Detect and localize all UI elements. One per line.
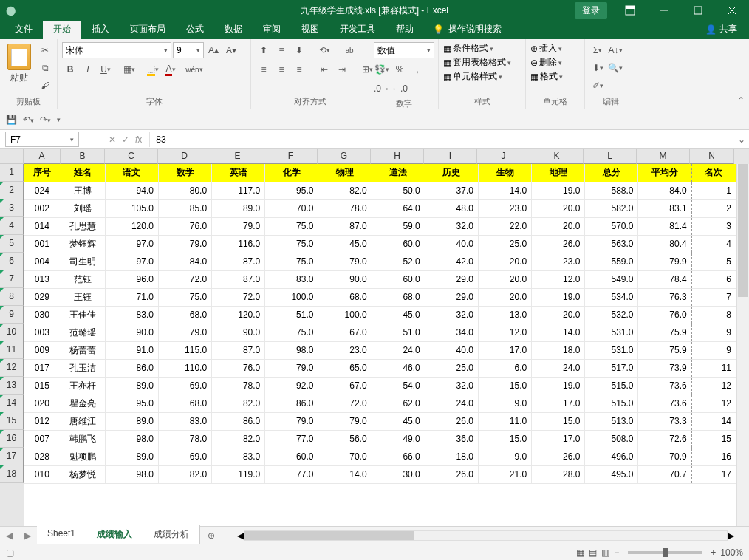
- prev-sheet-button[interactable]: ◀: [6, 530, 13, 541]
- cell[interactable]: 姓名: [61, 164, 105, 182]
- row-header[interactable]: 5: [0, 235, 24, 253]
- border-button[interactable]: ▦▾: [121, 61, 137, 78]
- cell[interactable]: 534.0: [585, 288, 638, 306]
- sheet-tab[interactable]: 成绩分析: [143, 525, 200, 545]
- cell[interactable]: 020: [24, 395, 61, 412]
- cell[interactable]: 559.0: [585, 253, 638, 270]
- cell-styles-button[interactable]: ▦ 单元格样式 ▾: [443, 70, 502, 83]
- clear-button[interactable]: ✐▾: [589, 78, 606, 94]
- cell[interactable]: 70.7: [638, 465, 691, 483]
- cell[interactable]: 14.0: [478, 182, 531, 199]
- row-header[interactable]: 13: [0, 377, 24, 395]
- ribbon-tab-5[interactable]: 数据: [214, 19, 253, 39]
- cell[interactable]: 杨蕾蕾: [61, 341, 105, 359]
- cell[interactable]: 12: [691, 377, 736, 395]
- cell[interactable]: 19.0: [532, 377, 585, 395]
- formula-input[interactable]: 83: [150, 134, 734, 145]
- cell[interactable]: 89.0: [105, 448, 158, 465]
- cell[interactable]: 94.0: [105, 182, 158, 199]
- cell[interactable]: 495.0: [585, 465, 638, 483]
- align-middle-button[interactable]: ≡: [273, 42, 290, 58]
- cell[interactable]: 60.0: [372, 235, 425, 253]
- cell[interactable]: 42.0: [425, 253, 478, 270]
- cell[interactable]: 76.0: [158, 217, 211, 235]
- cell[interactable]: 32.0: [425, 377, 478, 395]
- cell[interactable]: 82.0: [318, 182, 372, 199]
- row-header[interactable]: 9: [0, 306, 24, 324]
- cell[interactable]: 70.9: [638, 448, 691, 465]
- col-header[interactable]: C: [105, 149, 158, 164]
- cell[interactable]: 51.0: [265, 306, 318, 324]
- cell[interactable]: 17.0: [532, 395, 585, 412]
- cell[interactable]: 59.0: [372, 217, 425, 235]
- collapse-ribbon-button[interactable]: ⌃: [737, 95, 745, 106]
- row-header[interactable]: 7: [0, 270, 24, 288]
- cell[interactable]: 20.0: [532, 217, 585, 235]
- cell[interactable]: 历史: [425, 164, 478, 182]
- cell[interactable]: 30.0: [372, 465, 425, 483]
- fx-button[interactable]: fx: [135, 134, 142, 145]
- copy-button[interactable]: ⧉: [37, 60, 53, 76]
- cell[interactable]: 地理: [532, 164, 585, 182]
- cell[interactable]: 76.0: [638, 306, 691, 324]
- horizontal-scrollbar[interactable]: ◀▶: [237, 530, 734, 542]
- fill-button[interactable]: ⬇▾: [589, 60, 606, 76]
- cell[interactable]: 66.0: [372, 448, 425, 465]
- cell[interactable]: 50.0: [372, 182, 425, 199]
- cell[interactable]: 36.0: [425, 430, 478, 448]
- cell[interactable]: 孔玉洁: [61, 359, 105, 377]
- cell[interactable]: 2: [691, 199, 736, 217]
- cell[interactable]: 582.0: [585, 199, 638, 217]
- cell[interactable]: 14.0: [532, 324, 585, 341]
- cell[interactable]: 32.0: [425, 306, 478, 324]
- row-header[interactable]: 14: [0, 395, 24, 412]
- cell[interactable]: 62.0: [372, 395, 425, 412]
- cell[interactable]: 80.4: [638, 235, 691, 253]
- cell[interactable]: 75.0: [265, 217, 318, 235]
- cell[interactable]: 86.0: [265, 395, 318, 412]
- decrease-indent-button[interactable]: ⇤: [316, 61, 332, 78]
- col-header[interactable]: D: [158, 149, 211, 164]
- cell[interactable]: 29.0: [425, 270, 478, 288]
- cell[interactable]: 120.0: [105, 217, 158, 235]
- cell[interactable]: 瞿金亮: [61, 395, 105, 412]
- cell[interactable]: 15.0: [532, 412, 585, 430]
- cell[interactable]: 83.0: [212, 448, 265, 465]
- cell[interactable]: 517.0: [585, 359, 638, 377]
- cell[interactable]: 22.0: [478, 217, 531, 235]
- zoom-out-button[interactable]: −: [614, 547, 619, 558]
- increase-indent-button[interactable]: ⇥: [334, 61, 350, 78]
- cell[interactable]: 65.0: [318, 359, 372, 377]
- increase-font-button[interactable]: A▴: [205, 42, 222, 58]
- cell[interactable]: 87.0: [318, 217, 372, 235]
- sheet-tab[interactable]: Sheet1: [37, 525, 86, 545]
- cell[interactable]: 75.0: [265, 253, 318, 270]
- cell[interactable]: 017: [24, 359, 61, 377]
- col-header[interactable]: A: [24, 149, 61, 164]
- cell[interactable]: 75.9: [638, 341, 691, 359]
- cell[interactable]: 83.0: [265, 270, 318, 288]
- cell[interactable]: 532.0: [585, 306, 638, 324]
- zoom-level[interactable]: 100%: [720, 547, 743, 558]
- cell[interactable]: 119.0: [212, 465, 265, 483]
- cell[interactable]: 6.0: [478, 359, 531, 377]
- sort-filter-button[interactable]: A↓▾: [607, 42, 623, 58]
- cell[interactable]: 5: [691, 253, 736, 270]
- zoom-in-button[interactable]: +: [711, 547, 716, 558]
- col-header[interactable]: L: [584, 149, 637, 164]
- cell[interactable]: 75.0: [158, 288, 211, 306]
- tell-me[interactable]: 💡操作说明搜索: [424, 19, 510, 39]
- ribbon-tab-4[interactable]: 公式: [176, 19, 214, 39]
- cell[interactable]: 12: [691, 395, 736, 412]
- cell[interactable]: 100.0: [318, 306, 372, 324]
- cell[interactable]: 84.0: [638, 182, 691, 199]
- col-header[interactable]: I: [424, 149, 477, 164]
- cell[interactable]: 86.0: [105, 359, 158, 377]
- row-header[interactable]: 16: [0, 430, 24, 448]
- cell[interactable]: 89.0: [212, 199, 265, 217]
- next-sheet-button[interactable]: ▶: [24, 530, 31, 541]
- currency-button[interactable]: 💱▾: [374, 61, 390, 78]
- cell[interactable]: 83.0: [158, 412, 211, 430]
- cell[interactable]: 117.0: [212, 182, 265, 199]
- cell[interactable]: 76.3: [638, 288, 691, 306]
